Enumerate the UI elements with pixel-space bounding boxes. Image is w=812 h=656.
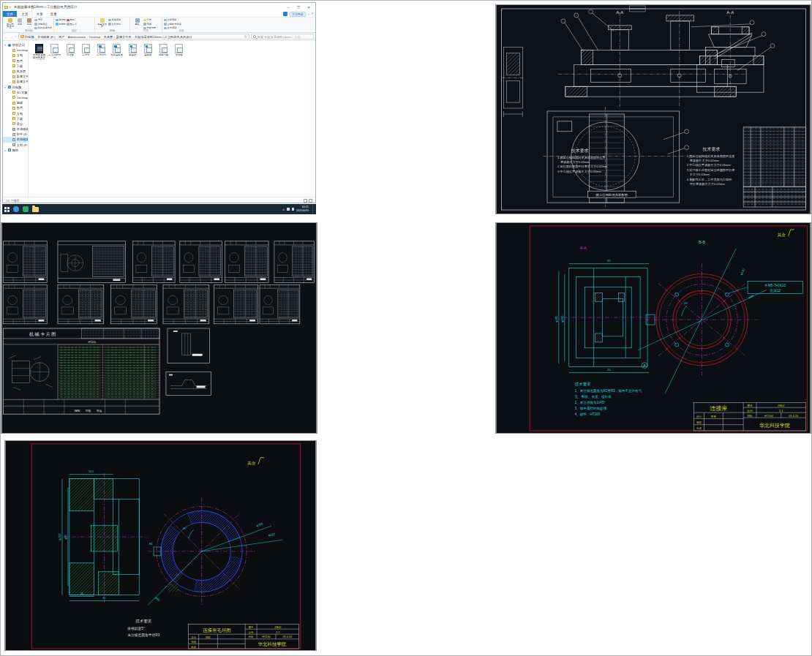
- select-all-icon: [164, 19, 167, 22]
- baidu-netdisk-button[interactable]: 百度网盘: [289, 12, 306, 17]
- sidebar-quick-access[interactable]: ▾快速访问: [3, 42, 28, 48]
- move-to-button[interactable]: 移动到: [56, 18, 66, 22]
- crumb-folder2[interactable]: 新建文件夹: [116, 35, 132, 39]
- crumb-admin[interactable]: Administrator: [68, 35, 86, 39]
- sidebar-this-pc[interactable]: ▾此电脑: [3, 85, 28, 90]
- new-item-button[interactable]: 新建项目: [108, 18, 121, 22]
- svg-text:1.两定位销轴线对夹具体底面的位置: 1.两定位销轴线对夹具体底面的位置: [557, 156, 606, 159]
- sidebar-item-pictures[interactable]: 图片: [3, 59, 28, 64]
- open-button[interactable]: 打开: [143, 18, 156, 22]
- file-item[interactable]: 工艺过程卡片: [48, 44, 61, 60]
- back-icon[interactable]: ←: [4, 34, 8, 39]
- list-view-icon[interactable]: [304, 199, 307, 203]
- close-button[interactable]: ✕: [304, 3, 314, 11]
- section-label-bb: B-B: [699, 240, 705, 244]
- crumb-this-pc[interactable]: 此电脑: [25, 35, 34, 39]
- refresh-icon[interactable]: ↻: [244, 34, 247, 39]
- show-desktop-button[interactable]: [312, 205, 314, 214]
- breadcrumb[interactable]: 此电脑› 本地磁盘 (E:)› 用户› Administrator› Deskt…: [18, 34, 250, 39]
- sidebar-item-drive-c[interactable]: 本地磁盘 (C:): [3, 127, 28, 132]
- sidebar-item-documents[interactable]: 文档: [3, 53, 28, 58]
- select-none-button[interactable]: 全部取消选择: [164, 23, 181, 26]
- sidebar-item-downloads[interactable]: 下载: [3, 64, 28, 69]
- sidebar-item-pc-pictures[interactable]: 图片: [3, 105, 28, 110]
- crumb-current[interactable]: 长柄旋塞体铣14mm二工位铣削夹具的设计: [135, 35, 192, 39]
- maximize-button[interactable]: ☐: [293, 3, 304, 11]
- file-item[interactable]: 说明书图: [157, 44, 170, 57]
- start-button[interactable]: [4, 207, 10, 212]
- cut-button[interactable]: 剪切: [34, 18, 52, 22]
- file-item[interactable]: 毛坯图: [64, 44, 78, 57]
- ribbon-collapse-icon[interactable]: ∨: [308, 12, 310, 16]
- sidebar-item-newfolder2[interactable]: 新建文件夹 (2): [3, 79, 28, 84]
- thumbnail-view-icon[interactable]: [309, 199, 312, 203]
- svg-text:度误差不大于0.02mm: 度误差不大于0.02mm: [560, 160, 590, 164]
- edit-icon: [143, 23, 146, 26]
- crumb-desktop[interactable]: Desktop: [89, 35, 100, 39]
- minimize-button[interactable]: –: [283, 3, 293, 11]
- file-item[interactable]: 长柄旋塞体铣削夹具设计说明书: [32, 44, 46, 60]
- sidebar-item-desktop[interactable]: Desktop: [3, 48, 28, 53]
- part-drawing-panel: 其余 A-A B-B φ185 φ160 65 25 A: [495, 222, 811, 434]
- pin-to-quick-access-button[interactable]: 固定到快速访问: [6, 18, 15, 30]
- browser-taskbar-icon[interactable]: [13, 206, 19, 212]
- help-icon[interactable]: ?: [311, 12, 313, 16]
- properties-button[interactable]: 属性: [132, 18, 143, 30]
- copy-icon: [18, 18, 22, 23]
- crumb-folder1[interactable]: 夹具图: [104, 35, 113, 39]
- sidebar-item-pc-desktop[interactable]: Desktop: [3, 95, 28, 100]
- sidebar-item-jiaju[interactable]: 夹具图: [3, 69, 28, 74]
- crumb-users[interactable]: 用户: [59, 35, 64, 39]
- sidebar-item-music[interactable]: 音乐: [3, 121, 28, 127]
- copy-to-button[interactable]: 复制到: [56, 23, 66, 26]
- tray-expand-icon[interactable]: ∧: [282, 208, 285, 211]
- svg-text:技术要求: 技术要求: [571, 148, 589, 154]
- taskbar-clock[interactable]: 10:21 2021/4/20: [296, 206, 309, 212]
- easy-access-button[interactable]: 轻松访问: [108, 23, 121, 26]
- app-taskbar-icon[interactable]: [23, 206, 29, 212]
- sidebar-network[interactable]: ▸网络: [3, 148, 28, 153]
- file-item[interactable]: 工序卡片: [94, 44, 108, 57]
- sidebar-item-drive-d[interactable]: 软件 (D:): [3, 132, 28, 137]
- copy-path-button[interactable]: 复制路径: [34, 23, 52, 26]
- ribbon-group-select: 全部选择 全部取消选择 反向选择 选择: [162, 18, 200, 32]
- sidebar-item-drive-e-selected[interactable]: 本地磁盘 (E:): [3, 137, 28, 142]
- crumb-drive[interactable]: 本地磁盘 (E:): [37, 35, 56, 39]
- file-item[interactable]: 连接座: [126, 44, 140, 57]
- sidebar-item-pc-documents[interactable]: 文档: [3, 110, 28, 116]
- file-item[interactable]: 工序卡: [79, 44, 93, 57]
- forward-icon[interactable]: →: [10, 34, 13, 39]
- sidebar-item-3d-objects[interactable]: 3D 对象: [3, 90, 28, 95]
- date-value: 09.4.20: [282, 636, 292, 638]
- paste-button[interactable]: 粘贴: [25, 18, 34, 30]
- status-bar: 10 个项目: [3, 197, 315, 203]
- baidu-netdisk-icon: [283, 12, 287, 16]
- tab-home[interactable]: 主页: [17, 11, 32, 17]
- network-icon: [8, 148, 12, 151]
- new-folder-button[interactable]: 新建文件夹: [97, 18, 108, 29]
- file-item[interactable]: 零件图: [172, 44, 186, 57]
- tray-icon[interactable]: [287, 208, 290, 211]
- tab-file[interactable]: 文件: [3, 11, 17, 17]
- sidebar-item-pc-downloads[interactable]: 下载: [3, 116, 28, 121]
- select-all-button[interactable]: 全部选择: [164, 18, 181, 22]
- rename-button[interactable]: 重命名: [67, 23, 77, 26]
- tab-share[interactable]: 共享: [32, 11, 46, 17]
- up-icon[interactable]: ↑: [15, 34, 17, 39]
- quick-access-toolbar[interactable]: ▾: [10, 5, 12, 9]
- edit-button[interactable]: 编辑: [143, 23, 156, 26]
- sidebar-item-newfolder[interactable]: 新建文件夹: [3, 74, 28, 79]
- file-item[interactable]: 夹具装配图: [110, 44, 124, 57]
- file-explorer-taskbar-icon[interactable]: [32, 207, 39, 212]
- sidebar-item-drive-f[interactable]: 文档 (F:): [3, 143, 28, 148]
- document-icon: [35, 44, 43, 53]
- tray-icon[interactable]: [292, 208, 295, 211]
- tab-view[interactable]: 查看: [47, 11, 61, 17]
- search-input[interactable]: 搜索"长柄旋塞体铣14mm二工位…": [251, 34, 314, 39]
- sidebar-item-videos[interactable]: 视频: [3, 100, 28, 105]
- file-item[interactable]: 装配图: [141, 44, 155, 57]
- folder-icon: [12, 96, 16, 99]
- dim-label: 25: [607, 368, 611, 372]
- delete-button[interactable]: 删除: [67, 18, 77, 22]
- copy-button[interactable]: 复制: [15, 18, 24, 30]
